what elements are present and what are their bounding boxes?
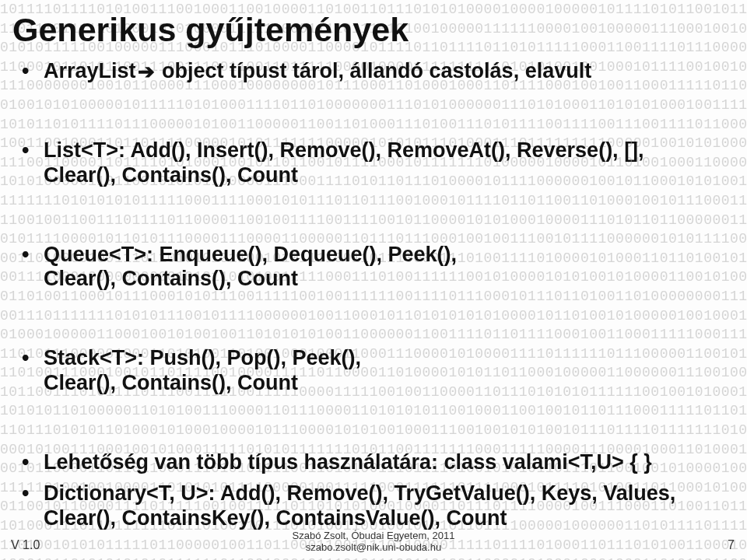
bullet-arraylist: ArrayList➔ object típust tárol, állandó … [16, 59, 731, 84]
credit-line1: Szabó Zsolt, Óbudai Egyetem, 2011 [293, 530, 455, 541]
footer: V 1.0 Szabó Zsolt, Óbudai Egyetem, 2011 … [0, 524, 747, 555]
page-number: 7 [728, 538, 735, 552]
bullet-queue-t-l1: Queue<T>: Enqueue(), Dequeue(), Peek(), [44, 243, 457, 266]
bullet-arraylist-post: object típust tárol, állandó castolás, e… [156, 59, 592, 82]
bullet-list-t: List<T>: Add(), Insert(), Remove(), Remo… [16, 138, 731, 188]
bullet-stack-t-l2: Clear(), Contains(), Count [44, 371, 298, 394]
bullet-list-t-l2: Clear(), Contains(), Count [44, 163, 298, 187]
bullet-stack-t-l1: Stack<T>: Push(), Pop(), Peek(), [44, 346, 361, 369]
bullet-stack-t: Stack<T>: Push(), Pop(), Peek(), Clear()… [16, 346, 731, 396]
bullet-multi-type-text: Lehetőség van több típus használatára: c… [44, 450, 652, 474]
bullet-queue-t-l2: Clear(), Contains(), Count [44, 267, 298, 290]
credit: Szabó Zsolt, Óbudai Egyetem, 2011 szabo.… [0, 530, 747, 554]
slide-content: ArrayList➔ object típust tárol, állandó … [16, 59, 731, 531]
bullet-queue-t: Queue<T>: Enqueue(), Dequeue(), Peek(), … [16, 243, 731, 292]
arrow-icon: ➔ [138, 60, 155, 84]
slide-title: Generikus gyűjtemények [12, 11, 409, 49]
bullet-list-t-l1: List<T>: Add(), Insert(), Remove(), Remo… [44, 138, 644, 162]
bullet-arraylist-pre: ArrayList [44, 59, 136, 82]
bullet-multi-type: Lehetőség van több típus használatára: c… [16, 450, 731, 475]
bullet-dictionary-l1: Dictionary<T, U>: Add(), Remove(), TryGe… [44, 481, 675, 505]
credit-line2: szabo.zsolt@nik.uni-obuda.hu [306, 541, 441, 553]
